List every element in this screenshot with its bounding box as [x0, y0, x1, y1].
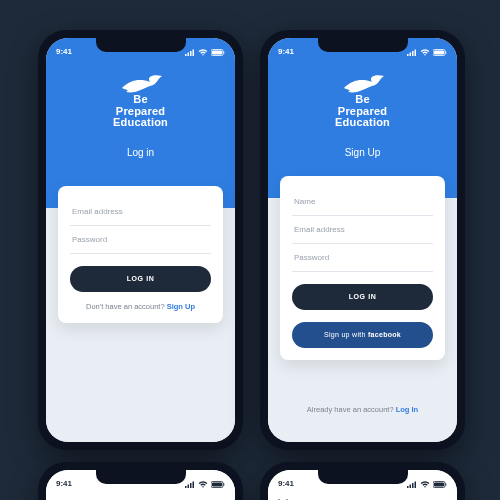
- svg-rect-24: [415, 482, 417, 489]
- login-button[interactable]: LOG IN: [70, 266, 211, 292]
- signal-icon: [185, 49, 195, 56]
- svg-rect-0: [185, 54, 187, 56]
- signup-alt-text: Already have an account?: [307, 405, 396, 414]
- brand-line3: Education: [335, 117, 390, 129]
- phone-signup: 9:41 Be Prepared Education Sign: [260, 30, 465, 450]
- signup-submit-button[interactable]: LOG IN: [292, 284, 433, 310]
- svg-rect-12: [434, 51, 444, 55]
- battery-icon: [433, 481, 447, 488]
- password-field[interactable]: [70, 226, 211, 254]
- phone-credentials: 9:41 Credentials: [38, 462, 243, 500]
- svg-rect-3: [193, 50, 195, 57]
- signup-card: LOG IN Sign up with facebook: [280, 176, 445, 360]
- notch: [318, 470, 408, 484]
- notch: [96, 38, 186, 52]
- signal-icon: [407, 481, 417, 488]
- svg-rect-8: [410, 53, 412, 57]
- svg-rect-14: [185, 486, 187, 488]
- svg-rect-7: [407, 54, 409, 56]
- notch: [318, 38, 408, 52]
- wifi-icon: [198, 49, 208, 56]
- add-credential-screen: 9:41 Add Credential Save: [268, 470, 457, 500]
- fb-prefix: Sign up with: [324, 331, 368, 338]
- email-field[interactable]: [70, 198, 211, 226]
- svg-rect-21: [407, 486, 409, 488]
- signal-icon: [407, 49, 417, 56]
- phone-add-credential: 9:41 Add Credential Save: [260, 462, 465, 500]
- battery-icon: [211, 49, 225, 56]
- brand-logo: Be Prepared Education: [46, 70, 235, 129]
- svg-rect-15: [188, 485, 190, 489]
- svg-rect-1: [188, 53, 190, 57]
- login-title: Log in: [46, 147, 235, 158]
- svg-rect-23: [412, 483, 414, 488]
- password-field[interactable]: [292, 244, 433, 272]
- brand-line1: Be: [335, 94, 390, 106]
- name-field[interactable]: [292, 188, 433, 216]
- battery-icon: [211, 481, 225, 488]
- login-link[interactable]: Log In: [396, 405, 419, 414]
- phone-login: 9:41 Be Prepared Education Log: [38, 30, 243, 450]
- status-time: 9:41: [56, 479, 72, 488]
- signal-icon: [185, 481, 195, 488]
- login-alt-text: Don't have an account?: [86, 302, 167, 311]
- wifi-icon: [420, 481, 430, 488]
- notch: [96, 470, 186, 484]
- brand-line3: Education: [113, 117, 168, 129]
- svg-rect-17: [193, 482, 195, 489]
- status-time: 9:41: [56, 47, 72, 56]
- email-field[interactable]: [292, 216, 433, 244]
- brand-line1: Be: [113, 94, 168, 106]
- status-time: 9:41: [278, 479, 294, 488]
- wifi-icon: [420, 49, 430, 56]
- status-time: 9:41: [278, 47, 294, 56]
- login-alt: Don't have an account? Sign Up: [70, 302, 211, 311]
- brand-logo: Be Prepared Education: [268, 70, 457, 129]
- credentials-screen: 9:41 Credentials: [46, 470, 235, 500]
- signup-alt: Already have an account? Log In: [268, 405, 457, 414]
- svg-rect-2: [190, 51, 192, 56]
- signup-screen: 9:41 Be Prepared Education Sign: [268, 38, 457, 442]
- credentials-navbar: Credentials: [46, 490, 235, 500]
- svg-rect-20: [223, 483, 224, 486]
- svg-rect-16: [190, 483, 192, 488]
- facebook-signup-button[interactable]: Sign up with facebook: [292, 322, 433, 348]
- signup-body: LOG IN Sign up with facebook Already hav…: [268, 198, 457, 442]
- svg-rect-22: [410, 485, 412, 489]
- signup-link[interactable]: Sign Up: [167, 302, 195, 311]
- login-screen: 9:41 Be Prepared Education Log: [46, 38, 235, 442]
- login-body: LOG IN Don't have an account? Sign Up: [46, 208, 235, 442]
- signup-title: Sign Up: [268, 147, 457, 158]
- svg-rect-10: [415, 50, 417, 57]
- svg-rect-5: [212, 51, 222, 55]
- svg-rect-6: [223, 51, 224, 54]
- svg-rect-26: [434, 483, 444, 487]
- add-credential-navbar: Add Credential Save: [268, 490, 457, 500]
- svg-rect-27: [445, 483, 446, 486]
- login-card: LOG IN Don't have an account? Sign Up: [58, 186, 223, 323]
- fb-bold: facebook: [368, 331, 401, 338]
- svg-rect-19: [212, 483, 222, 487]
- wifi-icon: [198, 481, 208, 488]
- battery-icon: [433, 49, 447, 56]
- svg-rect-13: [445, 51, 446, 54]
- svg-rect-9: [412, 51, 414, 56]
